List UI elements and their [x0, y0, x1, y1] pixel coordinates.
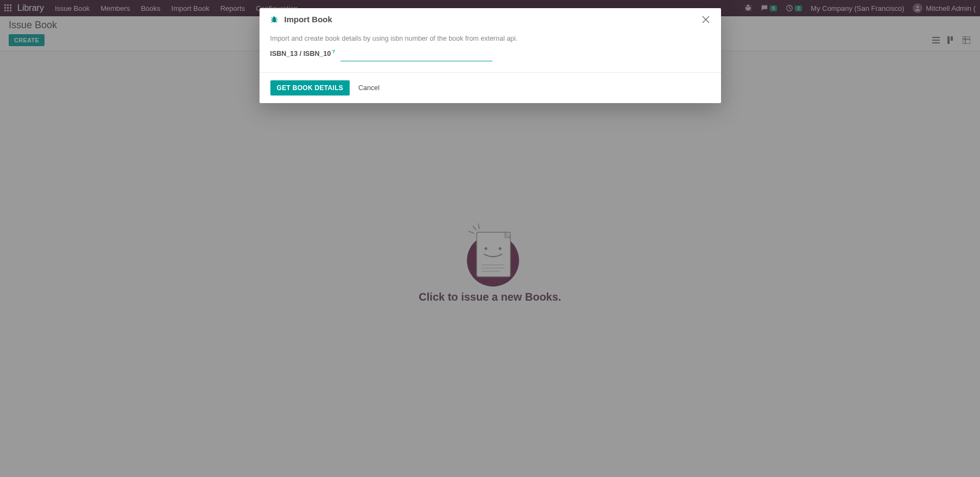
svg-line-34	[275, 17, 277, 18]
isbn-label-text: ISBN_13 / ISBN_10	[270, 50, 331, 58]
isbn-form-row: ISBN_13 / ISBN_10 ?	[270, 50, 710, 61]
svg-line-33	[271, 17, 273, 18]
svg-point-30	[273, 16, 275, 18]
help-icon[interactable]: ?	[332, 49, 336, 54]
modal-overlay[interactable]: Import Book Import and create book detai…	[0, 0, 980, 477]
modal-description: Import and create book details by using …	[270, 35, 710, 42]
get-book-details-button[interactable]: GET BOOK DETAILS	[270, 80, 350, 96]
modal-footer: GET BOOK DETAILS Cancel	[260, 73, 721, 103]
svg-line-35	[271, 21, 273, 22]
modal-body: Import and create book details by using …	[260, 30, 721, 73]
bug-icon[interactable]	[270, 16, 278, 23]
modal-title: Import Book	[284, 15, 695, 24]
svg-line-36	[275, 21, 277, 22]
isbn-label: ISBN_13 / ISBN_10 ?	[270, 50, 331, 58]
isbn-input[interactable]	[340, 50, 492, 61]
cancel-button[interactable]: Cancel	[352, 80, 386, 96]
import-book-modal: Import Book Import and create book detai…	[260, 8, 721, 103]
close-icon[interactable]	[701, 15, 710, 24]
modal-header: Import Book	[260, 8, 721, 30]
